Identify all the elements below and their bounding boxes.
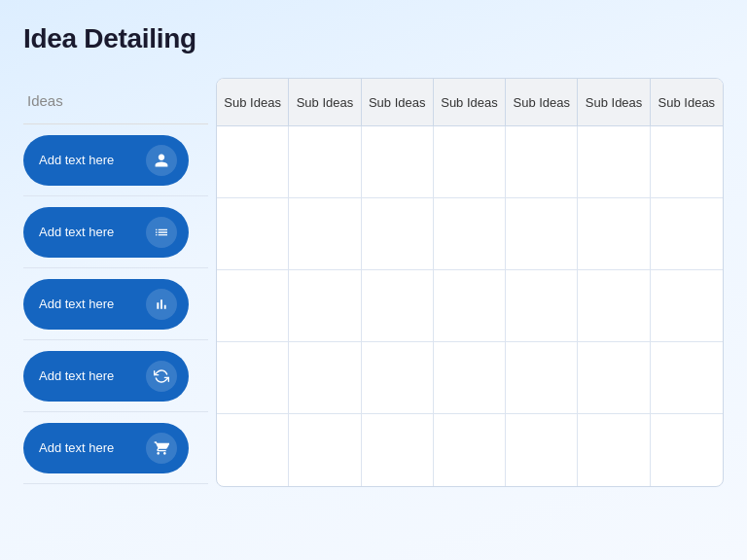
grid-data-row-4	[217, 342, 723, 414]
grid-header-row: Sub Ideas Sub Ideas Sub Ideas Sub Ideas …	[217, 79, 723, 126]
grid-cell-4-4	[434, 342, 506, 414]
grid-cell-2-5	[506, 198, 578, 270]
idea-button-3[interactable]: Add text here	[23, 279, 189, 330]
grid-cell-3-2	[289, 270, 361, 342]
grid-data-row-1	[217, 126, 723, 198]
ideas-column: Ideas Add text here Add text here	[23, 78, 208, 487]
grid-cell-5-6	[578, 414, 650, 486]
refresh-icon	[146, 361, 177, 392]
grid-cell-1-5	[506, 126, 578, 198]
grid-cell-4-2	[289, 342, 361, 414]
grid-cell-1-1	[217, 126, 289, 198]
grid-cell-2-3	[362, 198, 434, 270]
idea-row-1: Add text here	[23, 124, 208, 196]
grid-data-row-3	[217, 270, 723, 342]
grid-cell-4-1	[217, 342, 289, 414]
grid-cell-2-6	[578, 198, 650, 270]
grid-cell-2-1	[217, 198, 289, 270]
grid-cell-3-6	[578, 270, 650, 342]
grid-cell-1-3	[362, 126, 434, 198]
grid-cell-5-3	[362, 414, 434, 486]
grid-col-7-header: Sub Ideas	[651, 79, 723, 125]
page-container: Idea Detailing Ideas Add text here	[0, 0, 747, 560]
grid-cell-2-4	[434, 198, 506, 270]
grid-cell-5-1	[217, 414, 289, 486]
idea-row-2: Add text here	[23, 196, 208, 268]
grid-cell-1-2	[289, 126, 361, 198]
grid-cell-2-2	[289, 198, 361, 270]
grid-col-5-header: Sub Ideas	[506, 79, 578, 125]
grid-cell-5-2	[289, 414, 361, 486]
idea-button-4-label: Add text here	[39, 368, 146, 383]
idea-row-5: Add text here	[23, 412, 208, 484]
idea-button-2[interactable]: Add text here	[23, 207, 189, 258]
grid-cell-3-7	[651, 270, 723, 342]
grid-col-3-header: Sub Ideas	[362, 79, 434, 125]
list-icon	[146, 217, 177, 248]
grid-col-6-header: Sub Ideas	[578, 79, 650, 125]
grid-cell-1-6	[578, 126, 650, 198]
grid-cell-5-7	[651, 414, 723, 486]
idea-button-4[interactable]: Add text here	[23, 351, 189, 402]
main-layout: Ideas Add text here Add text here	[23, 78, 724, 487]
ideas-column-header: Ideas	[23, 78, 208, 124]
grid-cell-3-4	[434, 270, 506, 342]
chart-icon	[146, 289, 177, 320]
grid-cell-1-4	[434, 126, 506, 198]
grid-cell-5-4	[434, 414, 506, 486]
idea-row-3: Add text here	[23, 268, 208, 340]
grid-cell-4-6	[578, 342, 650, 414]
idea-button-5-label: Add text here	[39, 440, 146, 455]
grid-cell-3-3	[362, 270, 434, 342]
idea-button-5[interactable]: Add text here	[23, 423, 189, 473]
grid-col-1-header: Sub Ideas	[217, 79, 289, 125]
idea-row-4: Add text here	[23, 340, 208, 412]
grid-cell-4-5	[506, 342, 578, 414]
idea-button-1[interactable]: Add text here	[23, 135, 189, 186]
idea-button-2-label: Add text here	[39, 225, 146, 239]
cart-icon	[146, 433, 177, 464]
person-icon	[146, 145, 177, 176]
grid-cell-5-5	[506, 414, 578, 486]
grid-data-row-2	[217, 198, 723, 270]
idea-button-3-label: Add text here	[39, 297, 146, 311]
grid-col-2-header: Sub Ideas	[289, 79, 361, 125]
grid-cell-4-3	[362, 342, 434, 414]
grid-cell-3-1	[217, 270, 289, 342]
idea-button-1-label: Add text here	[39, 153, 146, 167]
grid-cell-4-7	[651, 342, 723, 414]
grid-cell-2-7	[651, 198, 723, 270]
grid-cell-1-7	[651, 126, 723, 198]
grid-area: Sub Ideas Sub Ideas Sub Ideas Sub Ideas …	[216, 78, 724, 487]
grid-data-row-5	[217, 414, 723, 486]
page-title: Idea Detailing	[23, 23, 724, 54]
grid-col-4-header: Sub Ideas	[434, 79, 506, 125]
grid-cell-3-5	[506, 270, 578, 342]
